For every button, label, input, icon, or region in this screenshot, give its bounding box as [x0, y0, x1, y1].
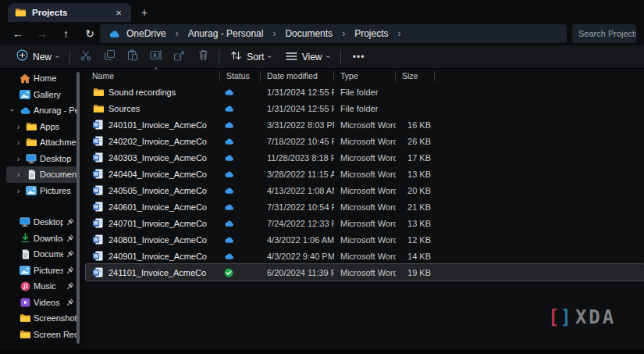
sidebar-item-gallery[interactable]: Gallery	[6, 87, 76, 103]
pin-icon	[66, 218, 75, 226]
sidebar-item-anurag-person[interactable]: ›Anurag - Person	[6, 102, 76, 119]
tab-projects[interactable]: Projects ×	[8, 3, 131, 22]
forward-icon[interactable]: →	[32, 27, 52, 40]
column-header-size[interactable]: Size	[396, 71, 435, 81]
type-cell: File folder	[334, 104, 396, 113]
type-cell: Microsoft Word D…	[334, 120, 396, 130]
word-icon: W	[92, 202, 104, 212]
size-cell: 12 KB	[396, 235, 435, 245]
desktop-icon	[19, 217, 31, 227]
folder-icon	[19, 330, 31, 339]
xda-right-bracket: ]	[560, 306, 571, 328]
view-button[interactable]: View ›	[279, 47, 336, 67]
chevron-right-icon[interactable]: ›	[14, 186, 23, 195]
back-icon[interactable]: ←	[8, 27, 28, 40]
file-row-240701-invoice-acmeco[interactable]: W240701_Invoice_AcmeCo7/24/2022 12:33 PM…	[86, 215, 644, 231]
sidebar-item-music-quick[interactable]: Music	[6, 278, 76, 295]
breadcrumb-item-onedrive[interactable]: OneDrive	[123, 28, 169, 39]
sidebar-item-downloads-quick[interactable]: Downloads	[6, 231, 76, 247]
pictures-icon	[25, 186, 37, 195]
breadcrumb-item-documents[interactable]: Documents	[282, 28, 336, 39]
chevron-right-icon[interactable]: ›	[14, 154, 23, 163]
onedrive-icon	[108, 30, 120, 38]
cut-button[interactable]	[74, 47, 98, 67]
status-cloud-icon	[220, 170, 261, 178]
new-button[interactable]: New ›	[9, 47, 66, 67]
file-name-cell: W240701_Invoice_AcmeCo	[86, 218, 220, 228]
type-cell: Microsoft Word D…	[334, 219, 396, 228]
toolbar-separator	[340, 50, 341, 64]
file-name-cell: W240202_Invoice_AcmeCo	[86, 136, 220, 146]
file-row-240801-invoice-acmeco[interactable]: W240801_Invoice_AcmeCo4/3/2022 1:06 AMMi…	[86, 231, 644, 248]
rename-button[interactable]	[144, 47, 168, 67]
pin-icon	[66, 234, 75, 242]
sort-ascending-icon: ^	[155, 66, 158, 73]
sidebar-item-apps[interactable]: ›Apps	[6, 119, 76, 135]
sidebar-item-attachments[interactable]: ›Attachments	[6, 134, 76, 151]
column-header-status[interactable]: Status	[220, 71, 261, 81]
chevron-right-icon[interactable]: ›	[14, 170, 23, 179]
toolbar-separator	[219, 50, 219, 64]
delete-button[interactable]	[191, 47, 215, 67]
file-name-label: 240505_Invoice_AcmeCo	[109, 186, 207, 195]
new-tab-button[interactable]: +	[137, 6, 151, 19]
up-icon[interactable]: ↑	[56, 27, 76, 40]
file-row-240901-invoice-acmeco[interactable]: W240901_Invoice_AcmeCo4/3/2022 9:40 PMMi…	[86, 248, 644, 264]
date-modified-cell: 3/28/2022 11:15 AM	[261, 170, 334, 179]
size-cell: 14 KB	[396, 252, 435, 261]
file-row-sources[interactable]: Sources1/31/2024 12:55 PMFile folder	[86, 100, 644, 116]
sidebar-item-pictures[interactable]: ›Pictures	[6, 183, 76, 199]
paste-button[interactable]	[121, 47, 144, 67]
chevron-down-icon[interactable]: ›	[8, 106, 17, 115]
sidebar-item-documents[interactable]: ›Documents	[6, 166, 76, 183]
breadcrumb-item-projects[interactable]: Projects	[351, 28, 391, 39]
sidebar-item-label: Attachments	[40, 138, 76, 147]
sidebar-item-home[interactable]: Home	[6, 70, 76, 87]
breadcrumb[interactable]: OneDrive›Anurag - Personal›Documents›Pro…	[100, 24, 567, 43]
paste-icon	[127, 49, 138, 64]
sort-button[interactable]: Sort ›	[223, 47, 278, 67]
date-modified-cell: 6/20/2024 11:39 PM	[261, 268, 334, 277]
search-input[interactable]: Search Projects	[572, 24, 636, 43]
status-cloud-icon	[220, 88, 261, 96]
status-cloud-icon	[220, 236, 261, 244]
column-header-type[interactable]: Type	[334, 71, 396, 81]
sidebar-item-label: Screen Recordin	[34, 330, 76, 339]
chevron-right-icon[interactable]: ›	[14, 138, 23, 147]
sidebar-item-documents-quick[interactable]: Documents	[6, 246, 76, 263]
file-row-240202-invoice-acmeco[interactable]: W240202_Invoice_AcmeCo7/18/2022 10:45 PM…	[86, 133, 644, 149]
sidebar-item-label: Desktop	[34, 217, 63, 227]
svg-text:W: W	[94, 204, 99, 209]
documents-icon	[25, 170, 37, 180]
refresh-icon[interactable]: ↻	[80, 27, 100, 40]
file-row-241101-invoice-acmeco[interactable]: W241101_Invoice_AcmeCo6/20/2024 11:39 PM…	[86, 264, 644, 281]
breadcrumb-item-anurag-personal[interactable]: Anurag - Personal	[185, 28, 267, 39]
sidebar-item-desktop[interactable]: ›Desktop	[6, 151, 76, 167]
svg-text:W: W	[94, 138, 99, 144]
sidebar-item-desktop-quick[interactable]: Desktop	[6, 214, 76, 231]
sidebar-item-videos-quick[interactable]: Videos	[6, 295, 76, 311]
size-cell: 13 KB	[396, 219, 435, 228]
file-row-240601-invoice-acmeco[interactable]: W240601_Invoice_AcmeCo7/31/2022 10:54 PM…	[86, 198, 644, 215]
file-row-240505-invoice-acmeco[interactable]: W240505_Invoice_AcmeCo4/13/2022 1:08 AMM…	[86, 182, 644, 198]
copy-icon	[104, 49, 116, 64]
file-name-label: 240404_Invoice_AcmeCo	[109, 170, 207, 179]
file-row-240404-invoice-acmeco[interactable]: W240404_Invoice_AcmeCo3/28/2022 11:15 AM…	[86, 166, 644, 182]
column-header-date-modified[interactable]: Date modified	[261, 71, 334, 81]
copy-button[interactable]	[98, 47, 121, 67]
sidebar-item-label: Desktop	[40, 154, 76, 163]
sidebar-item-pictures-quick[interactable]: Pictures	[6, 263, 76, 279]
pin-icon	[66, 266, 75, 274]
column-header-name[interactable]: Name	[86, 71, 220, 81]
sidebar-item-screen-recordin-quick[interactable]: Screen Recordin	[6, 327, 76, 343]
see-more-button[interactable]: •••	[345, 52, 373, 63]
chevron-right-icon[interactable]: ›	[14, 122, 23, 131]
close-tab-icon[interactable]: ×	[112, 7, 125, 19]
file-row-240101-invoice-acmeco[interactable]: W240101_Invoice_AcmeCo3/31/2022 8:03 PMM…	[86, 116, 644, 133]
file-row-sound-recordings[interactable]: Sound recordings1/31/2024 12:55 PMFile f…	[86, 84, 644, 100]
file-name-label: 241101_Invoice_AcmeCo	[109, 268, 206, 277]
sidebar-scrollbar[interactable]	[76, 72, 80, 344]
file-row-240303-invoice-acmeco[interactable]: W240303_Invoice_AcmeCo11/28/2023 8:18 PM…	[86, 149, 644, 166]
sidebar-item-screenshots-quick[interactable]: Screenshots	[6, 310, 76, 327]
share-button[interactable]	[168, 47, 191, 67]
